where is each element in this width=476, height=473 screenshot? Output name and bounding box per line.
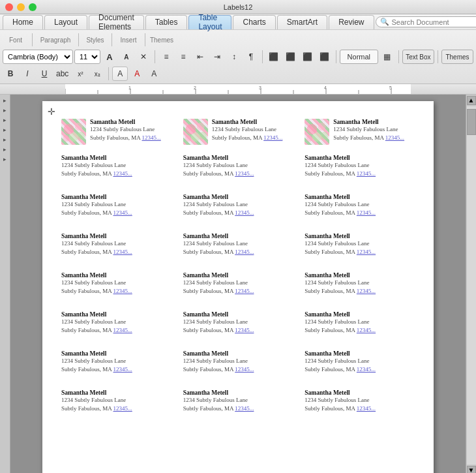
label-r6c2: Samantha Metell 1234 Subtly Fabulous Lan…	[299, 346, 421, 385]
format-toolbar: B I U abc x² x₂ A A A	[3, 65, 473, 82]
sep-7	[336, 50, 336, 63]
subscript-button[interactable]: x₂	[89, 67, 105, 81]
insert-textbox-button[interactable]: Text Box	[402, 50, 434, 64]
label-r5c2: Samantha Metell 1234 Subtly Fabulous Lan…	[299, 307, 421, 346]
label-name-r0c1: Samantha Metell	[212, 119, 293, 125]
sidebar-icon-4[interactable]: ▸	[1, 127, 9, 134]
themes-button[interactable]: Themes	[441, 50, 473, 64]
svg-text:5: 5	[389, 85, 392, 90]
label-r3c2: Samantha Metell 1234 Subtly Fabulous Lan…	[299, 228, 421, 267]
align-justify-button[interactable]: ⬛	[317, 50, 333, 64]
label-image-2	[305, 119, 329, 145]
italic-button[interactable]: I	[20, 67, 35, 81]
scroll-up-button[interactable]: ▲	[467, 96, 476, 105]
font-family-select[interactable]: Cambria (Body)	[3, 50, 73, 64]
search-input[interactable]	[392, 18, 476, 26]
sep-5	[155, 50, 155, 63]
ruler-svg: 1 2 3 4 5	[65, 84, 411, 94]
label-name: Samantha Metell	[90, 119, 171, 125]
sidebar-icon-2[interactable]: ▸	[1, 107, 9, 115]
toolbar-row-1: Font Paragraph Styles Insert Themes	[3, 31, 473, 48]
scroll-down-button[interactable]: ▼	[467, 466, 476, 473]
styles-gallery-button[interactable]: ▦	[379, 50, 395, 64]
align-left-button[interactable]: ⬛	[266, 50, 282, 64]
right-scrollbar[interactable]: ▲ ▼	[466, 95, 476, 473]
indent-less-button[interactable]: ⇤	[192, 50, 208, 64]
label-row0-col0: Samantha Metell 1234 Subtly Fabulous Lan…	[55, 114, 177, 150]
menu-tables[interactable]: Tables	[145, 15, 188, 29]
sidebar-icon-5[interactable]: ▸	[1, 136, 9, 144]
label-r4c0: Samantha Metell 1234 Subtly Fabulous Lan…	[55, 267, 177, 307]
sep-1	[32, 33, 33, 46]
styles-group-label: Styles	[82, 37, 108, 44]
label-r7c0: Samantha Metell 1234 Subtly Fabulous Lan…	[55, 385, 177, 424]
menu-home[interactable]: Home	[3, 15, 43, 29]
label-image-0	[61, 119, 86, 145]
label-text-1: Samantha Metell 1234 Subtly Fabulous Lan…	[212, 119, 293, 142]
show-para-button[interactable]: ¶	[243, 50, 259, 64]
label-r5c1: Samantha Metell 1234 Subtly Fabulous Lan…	[177, 307, 299, 346]
label-r4c1: Samantha Metell 1234 Subtly Fabulous Lan…	[177, 267, 299, 307]
left-sidebar: ▸ ▸ ▸ ▸ ▸ ▸ ▸	[0, 95, 10, 473]
maximize-button[interactable]	[29, 3, 37, 11]
align-center-button[interactable]: ⬛	[283, 50, 299, 64]
highlight-button[interactable]: A	[112, 67, 128, 81]
close-button[interactable]	[5, 3, 13, 11]
menu-review[interactable]: Review	[329, 15, 374, 29]
menu-document-elements[interactable]: Document Elements	[89, 15, 144, 29]
label-r7c1: Samantha Metell 1234 Subtly Fabulous Lan…	[177, 385, 299, 424]
sort-button[interactable]: ↕	[226, 50, 242, 64]
scroll-thumb[interactable]	[467, 109, 476, 135]
sep-4	[145, 33, 145, 46]
sidebar-icon-3[interactable]: ▸	[1, 117, 9, 125]
menu-layout[interactable]: Layout	[44, 15, 87, 29]
sep-2	[78, 33, 79, 46]
label-addr-r0c2: 1234 Subtly Fabulous Lane	[333, 125, 415, 134]
label-name-r0c2: Samantha Metell	[333, 119, 415, 125]
bold-button[interactable]: B	[3, 67, 18, 81]
indent-more-button[interactable]: ⇥	[209, 50, 225, 64]
label-text-0: Samantha Metell 1234 Subtly Fabulous Lan…	[90, 119, 171, 142]
label-r3c1: Samantha Metell 1234 Subtly Fabulous Lan…	[177, 228, 299, 267]
doc-page: ✛ Samantha Metell 1234 Subtly Fabulous L…	[42, 101, 434, 473]
search-box[interactable]: 🔍 ▾	[376, 16, 476, 27]
bullets-button[interactable]: ≡	[158, 50, 174, 64]
paragraph-group-label: Paragraph	[36, 37, 75, 44]
underline-button[interactable]: U	[37, 67, 52, 81]
font-color-button[interactable]: A	[129, 67, 145, 81]
label-r1c2: Samantha Metell 1234 Subtly Fabulous Lan…	[299, 150, 421, 189]
clear-format-button[interactable]: ✕	[136, 50, 151, 64]
align-right-button[interactable]: ⬛	[300, 50, 316, 64]
sidebar-icon-6[interactable]: ▸	[1, 146, 9, 154]
toolbar-row-2: Cambria (Body) 11 A A ✕ ≡ ≡ ⇤ ⇥ ↕ ¶ ⬛ ⬛ …	[3, 48, 473, 65]
label-addr-1: 1234 Subtly Fabulous Lane	[90, 125, 171, 134]
font-size-select[interactable]: 11	[74, 50, 100, 64]
styles-normal-button[interactable]: Normal	[340, 50, 378, 64]
menu-table-layout[interactable]: Table Layout	[188, 15, 231, 29]
label-r2c1: Samantha Metell 1234 Subtly Fabulous Lan…	[177, 189, 299, 228]
sep-9	[438, 50, 438, 63]
font-group-label: Font	[3, 37, 29, 44]
svg-text:1: 1	[128, 85, 131, 90]
label-row0-col1: Samantha Metell 1234 Subtly Fabulous Lan…	[177, 114, 299, 150]
sep-8	[398, 50, 399, 63]
sidebar-icon-1[interactable]: ▸	[1, 97, 9, 105]
menu-smartart[interactable]: SmartArt	[277, 15, 327, 29]
text-effect-button[interactable]: A	[146, 67, 162, 81]
superscript-button[interactable]: x²	[72, 67, 88, 81]
label-cityzip-r0c1: Subtly Fabulous, MA 12345...	[212, 134, 293, 142]
font-shrink-button[interactable]: A	[119, 50, 134, 64]
sidebar-icon-7[interactable]: ▸	[1, 156, 9, 164]
minimize-button[interactable]	[17, 3, 25, 11]
label-r3c0: Samantha Metell 1234 Subtly Fabulous Lan…	[55, 228, 177, 267]
numbering-button[interactable]: ≡	[175, 50, 191, 64]
ruler: 1 2 3 4 5	[0, 84, 476, 95]
label-addr-r0c1: 1234 Subtly Fabulous Lane	[212, 125, 293, 134]
table-handle[interactable]: ✛	[48, 106, 55, 117]
strikethrough-button[interactable]: abc	[53, 67, 71, 81]
svg-text:3: 3	[259, 85, 261, 90]
label-image-1	[183, 119, 208, 145]
font-grow-button[interactable]: A	[102, 50, 117, 64]
label-r7c2: Samantha Metell 1234 Subtly Fabulous Lan…	[299, 385, 421, 424]
menu-charts[interactable]: Charts	[233, 15, 275, 29]
